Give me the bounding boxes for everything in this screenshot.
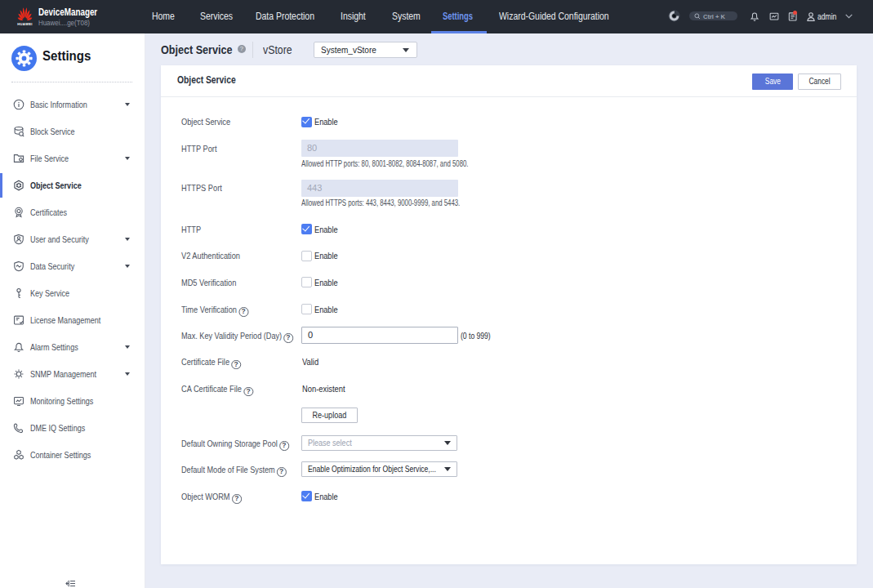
- svg-text:HUAWEI: HUAWEI: [17, 22, 33, 26]
